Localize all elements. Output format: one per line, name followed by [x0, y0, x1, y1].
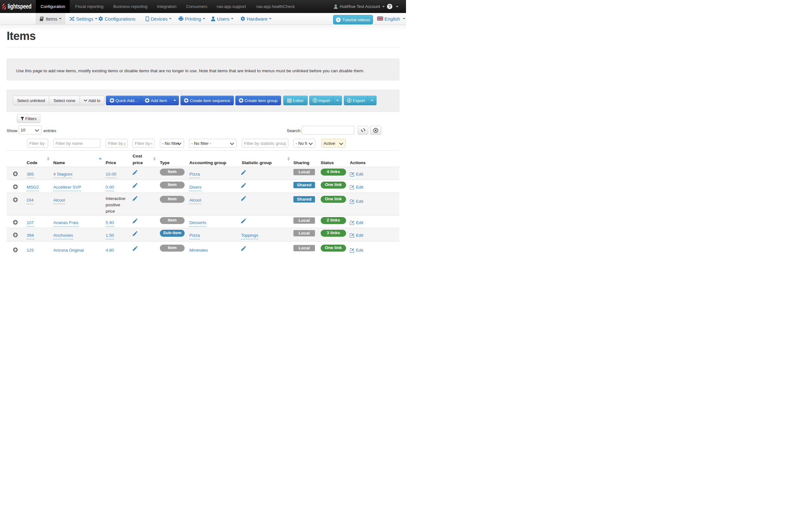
svg-text:?: ?: [389, 4, 391, 9]
